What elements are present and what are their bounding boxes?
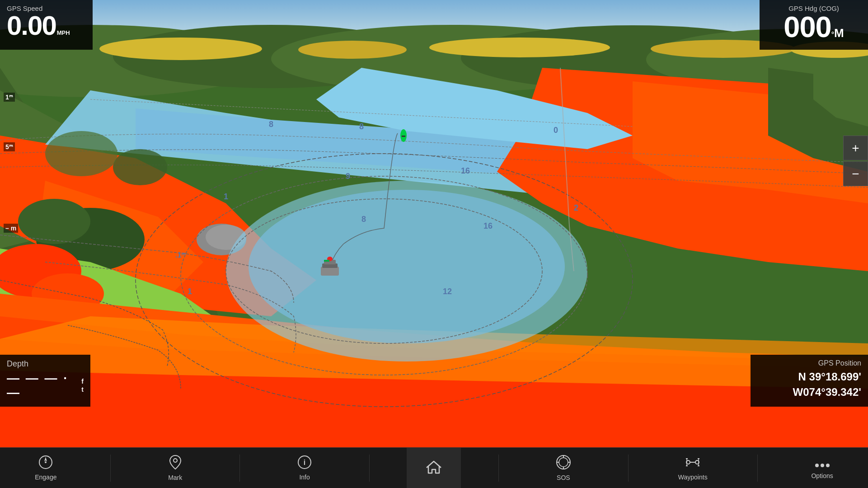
- svg-point-10: [429, 38, 610, 57]
- svg-point-35: [45, 461, 47, 463]
- nav-info-label: Info: [299, 474, 310, 481]
- waypoints-icon: [685, 455, 700, 472]
- svg-point-56: [826, 464, 830, 467]
- svg-text:i: i: [304, 459, 305, 466]
- bottom-nav: Engage Mark i Info: [0, 447, 868, 488]
- scale-label-5m: 5ᵐ: [4, 142, 15, 151]
- nav-info[interactable]: i Info: [277, 448, 332, 488]
- gps-speed-box: GPS Speed 0.00 MPH: [0, 0, 93, 50]
- gps-heading-box: GPS Hdg (COG) 000 ° M: [760, 0, 868, 50]
- nav-engage[interactable]: Engage: [19, 448, 73, 488]
- svg-point-55: [821, 464, 824, 467]
- svg-point-9: [298, 41, 407, 59]
- svg-point-54: [815, 464, 819, 467]
- gps-speed-value: 0.00: [7, 12, 56, 39]
- svg-point-32: [45, 131, 117, 176]
- gps-speed-unit: MPH: [57, 30, 70, 36]
- engage-icon: [38, 455, 53, 472]
- nav-mark[interactable]: Mark: [148, 448, 202, 488]
- nav-divider-4: [498, 455, 499, 482]
- gps-position-value: N 39°18.699' W074°39.342': [757, 369, 861, 399]
- nav-divider-3: [369, 455, 370, 482]
- gps-heading-value: 000: [784, 12, 831, 42]
- scale-label-m: – m: [4, 224, 18, 233]
- home-icon: [426, 460, 442, 476]
- nav-options-label: Options: [811, 472, 833, 479]
- mark-icon: [169, 455, 182, 472]
- svg-rect-30: [324, 260, 329, 262]
- nav-sos-label: SOS: [557, 474, 570, 481]
- svg-point-20: [249, 190, 565, 343]
- nav-engage-label: Engage: [35, 474, 56, 481]
- nav-divider-6: [757, 455, 758, 482]
- svg-point-8: [99, 38, 262, 60]
- depth-unit: f t: [81, 377, 84, 394]
- depth-dash: — — — · —: [7, 371, 79, 400]
- svg-point-14: [18, 199, 90, 244]
- sos-icon: [556, 455, 571, 472]
- svg-rect-25: [402, 136, 405, 137]
- gps-lon: W074°39.342': [757, 385, 861, 400]
- nav-waypoints-label: Waypoints: [678, 474, 708, 481]
- map-container[interactable]: GPS Speed 0.00 MPH GPS Hdg (COG) 000 ° M…: [0, 0, 868, 447]
- nav-options[interactable]: Options: [795, 448, 849, 488]
- svg-point-36: [174, 459, 177, 462]
- zoom-controls: + −: [843, 136, 868, 186]
- nav-divider-1: [110, 455, 111, 482]
- svg-marker-34: [44, 457, 47, 461]
- svg-point-40: [559, 458, 568, 467]
- zoom-out-button[interactable]: −: [843, 161, 868, 186]
- depth-label: Depth: [7, 359, 84, 369]
- svg-point-31: [113, 149, 167, 185]
- nav-sos[interactable]: SOS: [536, 448, 591, 488]
- map-terrain: [0, 0, 868, 447]
- gps-lat: N 39°18.699': [757, 369, 861, 385]
- gps-position-box: GPS Position N 39°18.699' W074°39.342': [751, 355, 868, 407]
- gps-heading-mag: M: [834, 26, 844, 40]
- options-icon: [815, 457, 830, 470]
- zoom-in-button[interactable]: +: [843, 136, 868, 160]
- gps-position-label: GPS Position: [757, 359, 861, 367]
- depth-value: — — — · — f t: [7, 371, 84, 400]
- nav-divider-5: [628, 455, 629, 482]
- nav-waypoints[interactable]: Waypoints: [666, 448, 720, 488]
- nav-mark-label: Mark: [168, 474, 182, 481]
- nav-divider-2: [239, 455, 240, 482]
- scale-label-1m: 1ᵐ: [4, 93, 15, 102]
- depth-box: Depth — — — · — f t: [0, 355, 90, 407]
- nav-home[interactable]: [407, 448, 461, 488]
- info-icon: i: [297, 455, 312, 472]
